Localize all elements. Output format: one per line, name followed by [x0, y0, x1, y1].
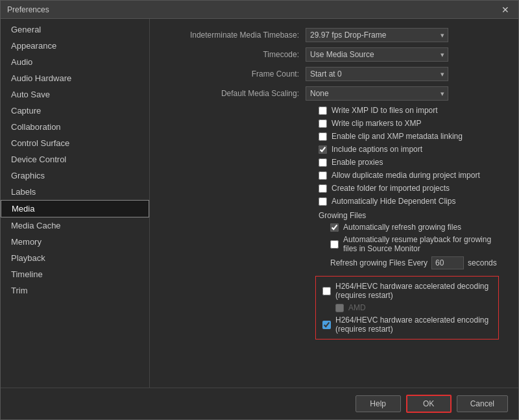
sidebar-item-control-surface[interactable]: Control Surface — [1, 135, 149, 151]
sidebar-item-playback[interactable]: Playback — [1, 250, 149, 266]
sidebar-item-capture[interactable]: Capture — [1, 103, 149, 119]
frame-count-label: Frame Count: — [163, 69, 306, 79]
refresh-unit: seconds — [468, 258, 497, 267]
hw-row-amd: AMD — [322, 303, 492, 312]
frame-count-row: Frame Count: Start at 0 — [163, 67, 505, 81]
indeterminate-select-wrapper: 29.97 fps Drop-Frame — [306, 28, 448, 42]
scaling-label: Default Media Scaling: — [163, 89, 306, 98]
label-hw_decode: H264/HEVC hardware accelerated decoding … — [335, 282, 492, 300]
checkbox-xmp_id[interactable] — [319, 106, 327, 115]
sidebar-item-labels[interactable]: Labels — [1, 184, 149, 200]
ok-button[interactable]: OK — [406, 395, 452, 413]
help-button[interactable]: Help — [356, 395, 401, 412]
sidebar-item-media-cache[interactable]: Media Cache — [1, 217, 149, 234]
checkbox-hw_decode[interactable] — [322, 287, 331, 295]
preferences-dialog: Preferences ✕ GeneralAppearanceAudioAudi… — [0, 0, 519, 420]
sidebar-item-collaboration[interactable]: Collaboration — [1, 119, 149, 135]
growing-files-label: Growing Files — [163, 211, 505, 220]
checkbox-folder[interactable] — [319, 184, 327, 193]
indeterminate-label: Indeterminate Media Timebase: — [163, 31, 306, 40]
hw-row-hw_encode: H264/HEVC hardware accelerated encoding … — [322, 315, 492, 334]
checkbox-amd[interactable] — [335, 304, 344, 312]
cancel-button[interactable]: Cancel — [457, 395, 508, 412]
checkbox-captions[interactable] — [319, 145, 327, 154]
hw-row-hw_decode: H264/HEVC hardware accelerated decoding … — [322, 282, 492, 300]
sidebar-item-memory[interactable]: Memory — [1, 234, 149, 250]
label-xmp_id: Write XMP ID to files on import — [332, 106, 438, 115]
sidebar-item-auto-save[interactable]: Auto Save — [1, 86, 149, 103]
checkbox-row-duplicate: Allow duplicate media during project imp… — [163, 171, 505, 180]
label-hide_clips: Automatically Hide Dependent Clips — [332, 197, 455, 206]
checkbox-clip_markers[interactable] — [319, 119, 327, 128]
label-proxies: Enable proxies — [332, 158, 383, 167]
scaling-row: Default Media Scaling: None — [163, 86, 505, 101]
growing-row-auto_refresh: Automatically refresh growing files — [163, 223, 505, 232]
indeterminate-select[interactable]: 29.97 fps Drop-Frame — [306, 28, 448, 42]
sidebar-item-media[interactable]: Media — [1, 200, 149, 217]
checkbox-proxies[interactable] — [319, 158, 327, 167]
checkbox-row-hide_clips: Automatically Hide Dependent Clips — [163, 197, 505, 206]
timecode-row: Timecode: Use Media Source — [163, 47, 505, 62]
checkbox-auto_refresh[interactable] — [330, 223, 339, 232]
button-bar: Help OK Cancel — [1, 388, 518, 419]
growing-row-auto_resume: Automatically resume playback for growin… — [163, 235, 505, 253]
sidebar-item-audio-hardware[interactable]: Audio Hardware — [1, 70, 149, 86]
timecode-select-wrapper: Use Media Source — [306, 47, 448, 62]
frame-count-select[interactable]: Start at 0 — [306, 67, 448, 81]
label-auto_resume: Automatically resume playback for growin… — [343, 235, 505, 253]
label-captions: Include captions on import — [332, 145, 422, 154]
hw-section: H264/HEVC hardware accelerated decoding … — [315, 276, 499, 340]
timecode-select[interactable]: Use Media Source — [306, 47, 448, 62]
label-amd: AMD — [348, 303, 366, 312]
label-duplicate: Allow duplicate media during project imp… — [332, 171, 480, 180]
checkbox-row-xmp_id: Write XMP ID to files on import — [163, 106, 505, 115]
checkbox-clip_xmp[interactable] — [319, 132, 327, 141]
checkbox-row-clip_xmp: Enable clip and XMP metadata linking — [163, 132, 505, 141]
checkbox-auto_resume[interactable] — [330, 240, 339, 249]
label-clip_markers: Write clip markers to XMP — [332, 119, 421, 128]
sidebar: GeneralAppearanceAudioAudio HardwareAuto… — [1, 19, 150, 388]
main-panel: Indeterminate Media Timebase: 29.97 fps … — [150, 19, 518, 388]
scaling-select-wrapper: None — [306, 86, 448, 101]
checkbox-row-proxies: Enable proxies — [163, 158, 505, 167]
refresh-row: Refresh growing Files Every seconds — [163, 256, 505, 269]
checkbox-hide_clips[interactable] — [319, 197, 327, 206]
refresh-label: Refresh growing Files Every — [330, 258, 428, 267]
sidebar-item-graphics[interactable]: Graphics — [1, 167, 149, 184]
sidebar-item-device-control[interactable]: Device Control — [1, 151, 149, 167]
scaling-select[interactable]: None — [306, 86, 448, 101]
title-bar: Preferences ✕ — [1, 1, 518, 19]
checkbox-duplicate[interactable] — [319, 171, 327, 180]
sidebar-item-appearance[interactable]: Appearance — [1, 38, 149, 54]
close-button[interactable]: ✕ — [499, 4, 512, 16]
timecode-label: Timecode: — [163, 50, 306, 59]
checkbox-row-folder: Create folder for imported projects — [163, 184, 505, 193]
label-auto_refresh: Automatically refresh growing files — [343, 223, 461, 232]
dialog-title: Preferences — [7, 5, 49, 14]
label-folder: Create folder for imported projects — [332, 184, 450, 193]
label-hw_encode: H264/HEVC hardware accelerated encoding … — [335, 315, 492, 334]
checkbox-row-clip_markers: Write clip markers to XMP — [163, 119, 505, 128]
sidebar-item-timeline[interactable]: Timeline — [1, 266, 149, 282]
sidebar-item-trim[interactable]: Trim — [1, 282, 149, 299]
frame-count-select-wrapper: Start at 0 — [306, 67, 448, 81]
checkbox-hw_encode[interactable] — [322, 321, 331, 329]
sidebar-item-audio[interactable]: Audio — [1, 54, 149, 70]
label-clip_xmp: Enable clip and XMP metadata linking — [332, 132, 463, 141]
refresh-input[interactable] — [431, 256, 464, 269]
content-area: GeneralAppearanceAudioAudio HardwareAuto… — [1, 19, 518, 388]
indeterminate-row: Indeterminate Media Timebase: 29.97 fps … — [163, 28, 505, 42]
checkbox-row-captions: Include captions on import — [163, 145, 505, 154]
sidebar-item-general[interactable]: General — [1, 21, 149, 38]
